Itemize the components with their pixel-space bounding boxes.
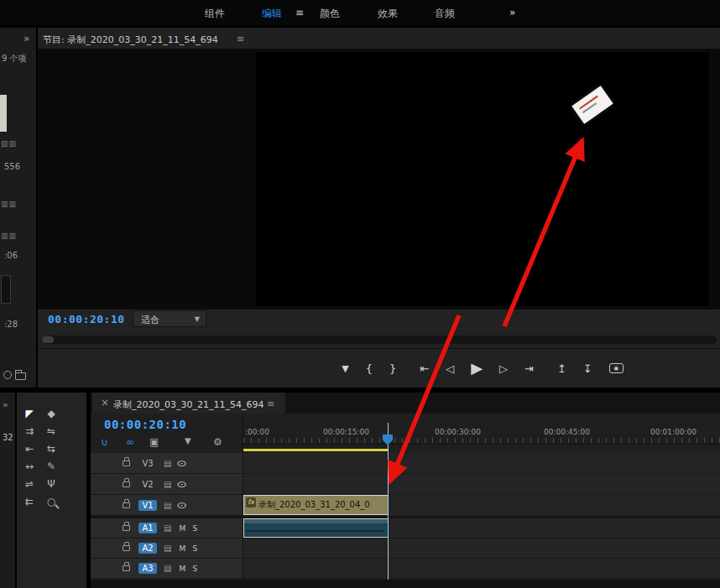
new-bin-icon[interactable] [15,372,26,380]
project-panel-strip: 9 个项 ▥▥ 556 ▥▥ ▥▥ :06 :28 [0,28,37,388]
source-patch-icon[interactable]: ▤ [164,501,171,510]
workspace-tab-audio[interactable]: 音频 [435,7,455,21]
source-patch-icon[interactable]: ▤ [164,564,171,573]
sequence-tab-title: 录制_2020_03_30_21_11_54_694 [113,398,263,411]
panel-menu-icon[interactable]: ≡ [237,34,244,44]
scrollbar-thumb[interactable] [42,336,54,343]
workspace-tab-assembly[interactable]: 组件 [205,7,225,21]
list-view-icon: ▥▥ [1,200,17,208]
workspace-menu-icon[interactable]: ≡ [295,7,304,18]
program-timecode[interactable]: 00:00:20:10 [48,313,125,325]
snap-icon[interactable]: ∪ [101,436,108,448]
slip-tool[interactable]: ⇋ [42,424,60,439]
close-icon[interactable]: × [101,397,109,408]
track-a2-content[interactable] [243,539,720,559]
ruler-label: 00:00:15:00 [323,428,369,436]
clip-thumbnail-fragment [1,275,11,304]
selection-tool[interactable]: ◤ [20,406,39,421]
track-select-forward-tool[interactable]: ⇉ [20,424,39,439]
track-label-v2[interactable]: V2 [138,479,157,490]
timeline-timecode[interactable]: 00:00:20:10 [104,418,186,431]
lock-icon[interactable] [123,481,130,487]
track-output-eye-icon[interactable]: ⊙ [176,480,187,489]
solo-button[interactable]: S [190,565,199,573]
export-frame-button[interactable]: ◉ [609,363,623,373]
rate-stretch-tool[interactable]: ↔ [20,459,39,474]
program-scrollbar[interactable] [41,336,717,344]
source-patch-icon[interactable]: ▤ [164,544,171,553]
timeline-bottom-spacer [91,580,720,588]
go-to-out-button[interactable]: ⇥ [524,363,534,374]
clip-thumbnail-fragment [0,95,7,132]
solo-button[interactable]: S [190,544,199,553]
ruler-ticks [243,438,720,443]
hand-tool[interactable]: Ψ [42,476,60,492]
lock-icon[interactable] [123,525,130,531]
rolling-edit-tool[interactable]: ⇆ [42,441,60,456]
solo-button[interactable]: S [190,524,199,533]
workspace-overflow-icon[interactable]: » [509,7,515,18]
ruler-label: 00:01:00:00 [650,428,697,436]
lock-icon[interactable] [123,502,130,508]
go-to-in-button[interactable]: ⇤ [420,363,429,374]
step-back-button[interactable]: ◁ [446,363,454,374]
workarea-bar [243,449,389,451]
clip-duration-fragment: :06 [4,251,18,260]
lock-icon[interactable] [123,565,130,571]
track-select-backward-tool[interactable]: ⇇ [20,494,39,509]
pen-tool[interactable]: ✎ [42,459,60,474]
linked-selection-icon[interactable]: ∞ [126,436,134,448]
track-header-a2: A2 ▤ M S [91,539,243,559]
workspace-tab-color[interactable]: 颜色 [320,7,340,21]
slide-tool[interactable]: ⇌ [20,476,39,492]
track-label-v1[interactable]: V1 [138,500,157,511]
timeline-settings-icon[interactable]: ⚙ [213,436,222,448]
label-fragment: 32 [3,433,13,442]
divider [38,348,720,349]
workspace-tab-effects[interactable]: 效果 [378,7,398,21]
mute-button[interactable]: M [178,565,186,573]
project-items-count: 9 个项 [2,53,27,65]
step-forward-button[interactable]: ▷ [499,363,508,374]
extract-button[interactable]: ↧ [583,363,592,374]
ripple-edit-tool[interactable]: ⇤ [20,441,39,456]
source-patch-icon[interactable]: ▤ [164,480,171,489]
add-marker-icon[interactable]: ▼ [185,436,191,445]
track-label-a2[interactable]: A2 [138,543,157,554]
nest-toggle-icon[interactable]: ▣ [149,436,159,448]
track-v2-content[interactable] [243,474,720,495]
razor-tool[interactable]: ◆ [42,406,60,421]
track-output-eye-icon[interactable]: ⊙ [176,459,187,468]
zoom-tool[interactable]: ○ [42,494,60,509]
track-v3-content[interactable] [243,453,720,474]
lock-icon[interactable] [123,545,130,551]
video-clip[interactable]: fx 录制_2020_03_31_20_04_0 [243,495,389,515]
panel-overflow-icon[interactable]: » [3,399,8,410]
panel-menu-icon[interactable]: ≡ [267,398,274,409]
mute-button[interactable]: M [178,544,186,553]
lock-icon[interactable] [123,461,130,466]
track-label-a1[interactable]: A1 [138,523,157,533]
mark-out-button[interactable]: } [389,363,396,374]
track-label-a3[interactable]: A3 [138,563,157,574]
workspace-tab-editing[interactable]: 编辑 [262,7,282,21]
add-marker-button[interactable]: ▼ [342,364,348,373]
play-button[interactable]: ▶ [471,361,483,376]
zoom-out-icon[interactable] [3,371,12,379]
mute-button[interactable]: M [178,524,186,533]
track-label-v3[interactable]: V3 [138,458,157,469]
source-patch-icon[interactable]: ▤ [164,459,171,468]
mark-in-button[interactable]: { [366,363,373,374]
program-panel-tab-title[interactable]: 节目: 录制_2020_03_30_21_11_54_694 [43,34,218,46]
timeline-ruler[interactable]: :00:00 00:00:15:00 00:00:30:00 00:00:45:… [243,418,720,445]
zoom-fit-dropdown[interactable]: 适合 ▼ [133,310,206,327]
source-patch-icon[interactable]: ▤ [164,523,171,533]
track-output-eye-icon[interactable]: ⊙ [176,501,187,510]
sequence-tab[interactable]: × 录制_2020_03_30_21_11_54_694 ≡ [92,393,285,414]
lift-button[interactable]: ↥ [557,363,566,374]
audio-clip[interactable] [243,518,389,538]
panel-group-overflow-icon[interactable]: » [23,33,29,44]
chevron-down-icon: ▼ [195,315,200,323]
tools-panel: ◤ ◆ ⇉ ⇋ ⇤ ⇆ ↔ ✎ ⇌ Ψ ⇇ ○ [17,393,86,588]
track-a3-content[interactable] [243,559,720,579]
